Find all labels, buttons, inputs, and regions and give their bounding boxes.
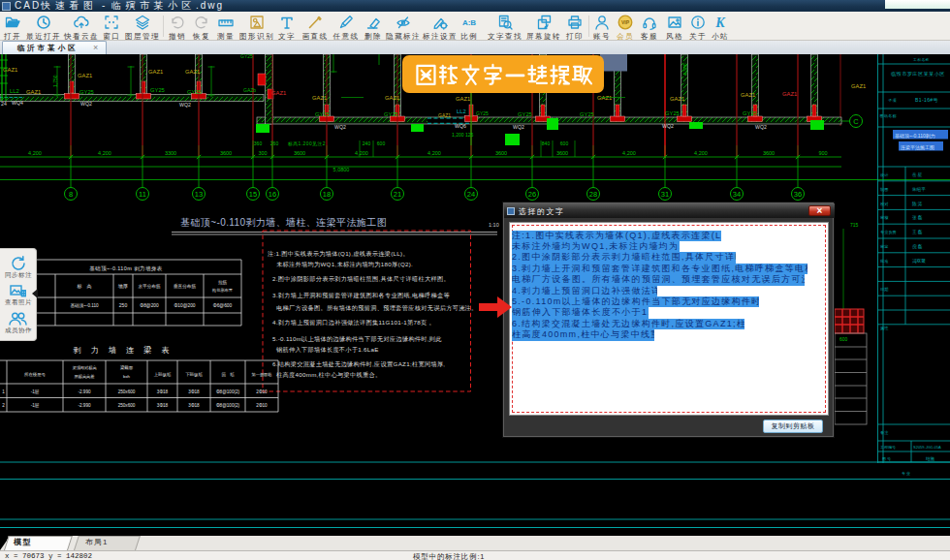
svg-text:3600: 3600 <box>495 150 507 156</box>
svg-text:1: 1 <box>2 389 5 394</box>
svg-text:S2059-JG1-05A: S2059-JG1-05A <box>913 445 941 450</box>
svg-text:陈 涛: 陈 涛 <box>912 201 923 207</box>
svg-text:GY25: GY25 <box>240 54 253 59</box>
svg-text:临毁市罗庄区某某小区: 临毁市罗庄区某某小区 <box>891 71 945 78</box>
svg-text:审核: 审核 <box>880 215 889 220</box>
svg-text:-1层: -1层 <box>31 403 40 408</box>
svg-text:GAZ1: GAZ1 <box>312 95 327 101</box>
svg-text:标 高: 标 高 <box>77 283 92 290</box>
svg-text:3600: 3600 <box>763 150 775 156</box>
svg-text:2Φ10: 2Φ10 <box>256 403 268 408</box>
svg-text:5,0800: 5,0800 <box>333 167 350 172</box>
svg-text:900: 900 <box>818 150 827 156</box>
svg-text:钢筋伸入下部墙体长度不小于1.6LaE: 钢筋伸入下部墙体长度不小于1.6LaE <box>275 346 379 354</box>
svg-text:GAZ1: GAZ1 <box>782 91 797 97</box>
svg-text:制图: 制图 <box>880 187 888 192</box>
svg-text:GY25: GY25 <box>150 87 165 93</box>
svg-text:600: 600 <box>839 336 848 342</box>
svg-text:-1层: -1层 <box>31 389 40 394</box>
svg-text:GAZ1: GAZ1 <box>456 96 470 102</box>
svg-text:3600: 3600 <box>220 150 232 156</box>
svg-text:24: 24 <box>467 190 475 199</box>
svg-text:基础顶~-0.110m 剥力墙身表: 基础顶~-0.110m 剥力墙身表 <box>89 265 162 272</box>
svg-text:朱绍平: 朱绍平 <box>912 186 926 193</box>
svg-text:GY25: GY25 <box>743 110 757 116</box>
svg-text:批准: 批准 <box>879 259 889 264</box>
svg-text:3Φ18: 3Φ18 <box>157 389 169 394</box>
svg-text:1:10: 1:10 <box>489 222 499 228</box>
svg-text:GY25: GY25 <box>665 110 680 116</box>
svg-text:基础顶~-0.110: 基础顶~-0.110 <box>70 303 99 308</box>
svg-text:36: 36 <box>794 190 802 199</box>
svg-text:16: 16 <box>269 190 276 199</box>
svg-text:VIP: VIP <box>621 19 630 25</box>
svg-text:下部纵筋: 下部纵筋 <box>185 372 203 377</box>
svg-text:GY25: GY25 <box>384 111 398 117</box>
svg-text:GY25: GY25 <box>476 110 489 116</box>
svg-text:C: C <box>853 117 859 126</box>
svg-text:11: 11 <box>139 190 146 199</box>
svg-text:备注: 备注 <box>880 430 889 435</box>
svg-text:子项: 子项 <box>888 98 898 103</box>
svg-text:基础顶~-0.110剥力: 基础顶~-0.110剥力 <box>895 133 935 140</box>
svg-text:4,200: 4,200 <box>28 150 42 156</box>
svg-text:GAZ1: GAZ1 <box>741 92 755 98</box>
svg-text:Φ8@200: Φ8@200 <box>140 303 159 308</box>
svg-text:GAZb: GAZb <box>243 87 256 93</box>
svg-text:3300: 3300 <box>165 150 176 156</box>
svg-text:3.剥力墙上开洞和预留套管详建筑图和各专业图纸,电梯呼梯盒等: 3.剥力墙上开洞和预留套管详建筑图和各专业图纸,电梯呼梯盒等 <box>272 292 450 299</box>
svg-text:WQ2: WQ2 <box>334 124 346 130</box>
svg-text:图 号: 图 号 <box>882 456 891 461</box>
svg-text:26: 26 <box>528 190 536 199</box>
svg-text:冯双聚: 冯双聚 <box>912 258 926 264</box>
svg-text:GAZ1: GAZ1 <box>851 83 866 89</box>
svg-text:3Φ18: 3Φ18 <box>188 403 200 408</box>
svg-text:715: 715 <box>850 222 859 228</box>
svg-text:属性: 属性 <box>880 326 889 330</box>
svg-text:250x600: 250x600 <box>118 403 136 408</box>
svg-text:基础顶~-0.110剥力墙、墙柱、连梁平法施工图: 基础顶~-0.110剥力墙、墙柱、连梁平法施工图 <box>180 217 387 228</box>
svg-text:箇 筋: 箇 筋 <box>221 372 235 377</box>
svg-text:4,200: 4,200 <box>622 150 636 156</box>
svg-text:360: 360 <box>254 140 263 146</box>
svg-text:注:1.图中实线表示为墙体(Q1),虚线表示连梁(LL)。: 注:1.图中实线表示为墙体(Q1),虚线表示连梁(LL)。 <box>268 250 409 258</box>
svg-text:WQ2: WQ2 <box>179 102 191 108</box>
svg-text:垂直分布筋: 垂直分布筋 <box>174 283 196 289</box>
svg-text:250x600: 250x600 <box>118 389 136 394</box>
svg-text:LL2: LL2 <box>10 88 19 94</box>
svg-text:6.结构梁交混凝土墙处无边缘构件时,应设置GAZ1;柱宽同墙: 6.结构梁交混凝土墙处无边缘构件时,应设置GAZ1;柱宽同墙厚, <box>272 360 445 368</box>
svg-text:GAZ1: GAZ1 <box>597 95 612 101</box>
svg-text:4,380: 4,380 <box>682 63 688 76</box>
svg-text:8: 8 <box>69 190 73 199</box>
svg-text:13: 13 <box>195 190 203 199</box>
svg-text:34: 34 <box>733 190 741 199</box>
svg-text:GY25: GY25 <box>315 111 330 117</box>
svg-text:B1-16#号: B1-16#号 <box>915 97 938 103</box>
svg-text:3Φ18: 3Φ18 <box>157 403 169 408</box>
svg-text:GAZ1: GAZ1 <box>26 89 41 95</box>
svg-text:GAZ1: GAZ1 <box>185 69 200 75</box>
svg-text:设计: 设计 <box>880 172 889 177</box>
svg-text:GY25: GY25 <box>518 111 532 117</box>
svg-text:柱高度400mm,柱中心与梁中线重合。: 柱高度400mm,柱中心与梁中线重合。 <box>276 371 382 379</box>
svg-text:bxh: bxh <box>123 374 131 379</box>
svg-text:专业负责: 专业负责 <box>880 230 898 234</box>
svg-text:墙厚: 墙厚 <box>117 283 128 289</box>
svg-text:专 业: 专 业 <box>902 471 910 476</box>
svg-text:日期: 日期 <box>880 287 888 292</box>
svg-text:倪 磊: 倪 磊 <box>912 243 923 250</box>
svg-text:Φ8@100(2): Φ8@100(2) <box>216 403 240 408</box>
svg-text:3Φ18: 3Φ18 <box>188 389 200 394</box>
svg-text:Φ6@600: Φ6@600 <box>213 303 233 308</box>
svg-text:GAZ1: GAZ1 <box>148 69 163 75</box>
svg-text:WQ2: WQ2 <box>80 101 92 107</box>
svg-text:18: 18 <box>323 190 331 199</box>
svg-text:4,200: 4,200 <box>694 150 708 156</box>
svg-text:工程名称: 工程名称 <box>913 57 930 62</box>
svg-text:LL2: LL2 <box>457 109 466 114</box>
svg-text:岳 星: 岳 星 <box>912 172 923 177</box>
svg-text:未标注外墙均为WQ1,未标注内墙均为180厚(Q2).: 未标注外墙均为WQ1,未标注内墙均为180厚(Q2). <box>276 261 413 268</box>
svg-text:GAZ1: GAZ1 <box>670 96 684 102</box>
svg-text:240: 240 <box>363 140 371 146</box>
svg-text:4.剥力墙上预留洞口边补强做法详图集11G101-1第78页: 4.剥力墙上预留洞口边补强做法详图集11G101-1第78页 。 <box>272 319 435 327</box>
